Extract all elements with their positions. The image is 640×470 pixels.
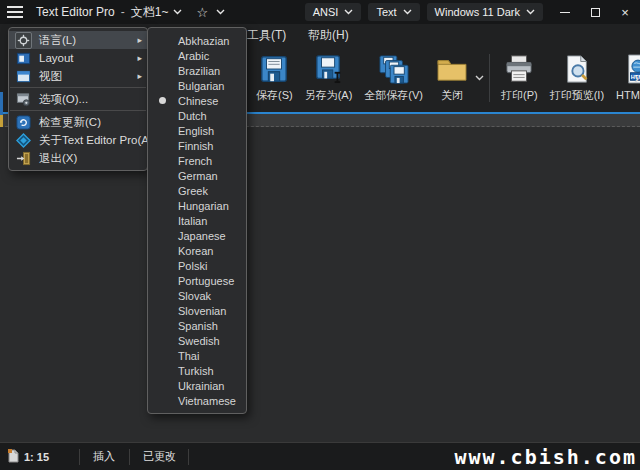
language-menu-item[interactable]: Portuguese [148, 273, 246, 288]
language-label: Finnish [178, 140, 213, 152]
hamburger-menu-icon[interactable] [0, 0, 30, 24]
document-selector[interactable]: 文档1~ [131, 4, 183, 21]
language-menu-item[interactable]: Brazilian [148, 63, 246, 78]
chevron-down-icon [526, 9, 535, 15]
menu-item-label: 退出(X) [39, 151, 77, 166]
language-menu-item[interactable]: Greek [148, 183, 246, 198]
language-label: Korean [178, 245, 213, 257]
menubar-item[interactable]: 帮助(H) [304, 24, 353, 46]
minimize-icon [560, 12, 570, 13]
language-menu-item[interactable]: Japanese [148, 228, 246, 243]
language-label: Ukrainian [178, 380, 224, 392]
language-menu-item[interactable]: Dutch [148, 108, 246, 123]
language-menu-item[interactable]: Polski [148, 258, 246, 273]
toolbar-button[interactable]: 全部保存(V) [358, 50, 429, 105]
encoding-dropdown[interactable]: ANSI [305, 3, 362, 21]
language-label: Slovak [178, 290, 211, 302]
chevron-down-icon[interactable] [173, 9, 182, 15]
language-menu-item[interactable]: Korean [148, 243, 246, 258]
menu-item[interactable]: 选项(O)... [9, 90, 147, 108]
chevron-down-icon [344, 9, 353, 15]
language-label: Turkish [178, 365, 214, 377]
star-icon[interactable]: ☆ [196, 5, 208, 20]
submenu-arrow-icon: ▸ [137, 53, 142, 63]
menu-item-label: 检查更新(C) [39, 115, 101, 130]
menu-item[interactable]: 视图▸ [9, 67, 147, 85]
language-menu-item[interactable]: Bulgarian [148, 78, 246, 93]
language-label: Thai [178, 350, 199, 362]
modified-indicator: 已更改 [143, 449, 176, 464]
language-menu-item[interactable]: English [148, 123, 246, 138]
language-menu-item[interactable]: Slovenian [148, 303, 246, 318]
print-preview-icon [560, 52, 594, 86]
editor-area[interactable] [0, 127, 640, 442]
language-label: Vietnamese [178, 395, 236, 407]
menubar-item[interactable]: 工具(T) [243, 24, 290, 46]
chevron-down-icon[interactable] [216, 9, 225, 15]
language-label: German [178, 170, 218, 182]
about-icon [15, 132, 32, 149]
menu-item[interactable]: 语言(L)▸ [9, 31, 147, 49]
language-label: Polski [178, 260, 207, 272]
menu-item[interactable]: 检查更新(C) [9, 113, 147, 131]
toolbar-button[interactable]: 打印预览(I) [544, 50, 610, 105]
language-menu-item[interactable]: Chinese [148, 93, 246, 108]
watermark-text: www.cbish.com [454, 445, 637, 469]
toolbar-button[interactable]: 打印(P) [495, 50, 544, 105]
toolbar-button[interactable]: 另存为(A) [299, 50, 359, 105]
statusbar-divider [129, 449, 130, 465]
titlebar: Text Editor Pro - 文档1~ ☆ ANSI Text Windo… [0, 0, 640, 24]
language-menu-item[interactable]: Turkish [148, 363, 246, 378]
language-menu-item[interactable]: Vietnamese [148, 393, 246, 408]
language-label: Japanese [178, 230, 226, 242]
menu-item-label: 视图 [39, 69, 62, 84]
language-label: Portuguese [178, 275, 234, 287]
language-label: English [178, 125, 214, 137]
language-menu-item[interactable]: Italian [148, 213, 246, 228]
toolbar-overflow-chevron-icon[interactable]: › [634, 70, 639, 86]
statusbar: 1: 15 插入 已更改 www.cbish.com [0, 442, 640, 470]
toolbar-button[interactable]: 保存(S) [250, 50, 299, 105]
language-submenu-popup: AbkhazianArabicBrazilianBulgarianChinese… [147, 27, 247, 414]
language-label: Bulgarian [178, 80, 224, 92]
language-label: Abkhazian [178, 35, 229, 47]
language-menu-item[interactable]: French [148, 153, 246, 168]
language-menu-item[interactable]: Slovak [148, 288, 246, 303]
side-accent-yellow [0, 115, 3, 127]
main-menu-popup: 语言(L)▸Layout▸视图▸选项(O)...检查更新(C)关于Text Ed… [8, 27, 148, 171]
app-window: Text Editor Pro - 文档1~ ☆ ANSI Text Windo… [0, 0, 640, 470]
layout-icon [15, 50, 32, 67]
menu-item[interactable]: 退出(X) [9, 149, 147, 167]
language-menu-item[interactable]: Thai [148, 348, 246, 363]
menu-separator [10, 87, 146, 88]
menu-item[interactable]: 关于Text Editor Pro(A) [9, 131, 147, 149]
language-menu-item[interactable]: Finnish [148, 138, 246, 153]
maximize-button[interactable] [580, 0, 610, 24]
toolbar-button-label: 打印预览(I) [550, 88, 604, 103]
language-label: Swedish [178, 335, 220, 347]
language-menu-item[interactable]: Spanish [148, 318, 246, 333]
save-all-icon [377, 52, 411, 86]
radio-dot-icon [159, 97, 166, 104]
close-button[interactable]: × [610, 0, 640, 24]
toolbar-button-label: 保存(S) [256, 88, 293, 103]
toolbar-button-label: 另存为(A) [305, 88, 353, 103]
language-menu-item[interactable]: Ukrainian [148, 378, 246, 393]
filetype-dropdown[interactable]: Text [368, 3, 419, 21]
insert-mode-indicator[interactable]: 插入 [93, 449, 115, 464]
language-menu-item[interactable]: Hungarian [148, 198, 246, 213]
menu-item[interactable]: Layout▸ [9, 49, 147, 67]
language-label: Brazilian [178, 65, 220, 77]
language-menu-item[interactable]: Swedish [148, 333, 246, 348]
language-menu-item[interactable]: Abkhazian [148, 33, 246, 48]
toolbar-dropdown-chevron-icon[interactable] [475, 50, 484, 106]
language-menu-item[interactable]: German [148, 168, 246, 183]
save-as-icon [312, 52, 346, 86]
language-menu-item[interactable]: Arabic [148, 48, 246, 63]
theme-dropdown[interactable]: Windows 11 Dark [427, 3, 543, 21]
minimize-button[interactable] [550, 0, 580, 24]
chevron-down-icon [403, 9, 412, 15]
view-icon [15, 68, 32, 85]
toolbar-button[interactable]: 关闭 [429, 50, 475, 105]
language-label: Hungarian [178, 200, 229, 212]
